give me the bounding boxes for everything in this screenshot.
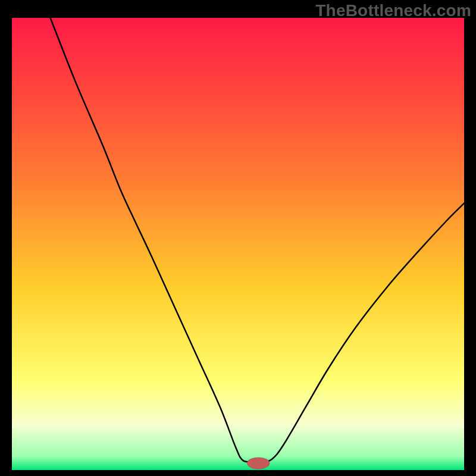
- chart-frame: TheBottleneck.com: [0, 0, 476, 476]
- heat-background: [12, 18, 464, 470]
- optimal-point-marker: [247, 458, 270, 469]
- bottleneck-chart: [12, 18, 464, 470]
